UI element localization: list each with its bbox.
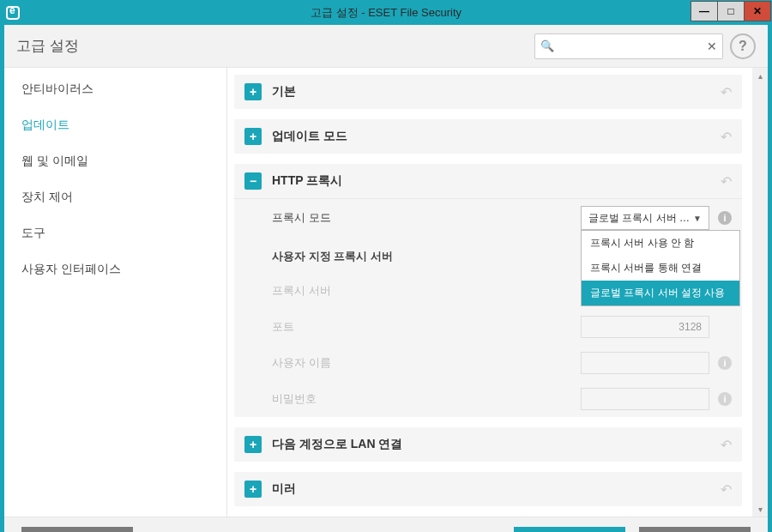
panel-mirror-head[interactable]: + 미러 ↶ bbox=[234, 472, 742, 506]
clear-search-icon[interactable]: ✕ bbox=[707, 39, 717, 53]
sidebar-item-web-email[interactable]: 웹 및 이메일 bbox=[4, 143, 226, 179]
panel-basic-head[interactable]: + 기본 ↶ bbox=[234, 75, 742, 109]
expand-icon: + bbox=[244, 481, 262, 498]
footer: 기본값 🛡 확인 취소 bbox=[4, 517, 768, 532]
search-input[interactable] bbox=[558, 39, 707, 52]
panel-mirror-title: 미러 bbox=[272, 481, 721, 497]
header: 고급 설정 🔍 ✕ ? bbox=[4, 25, 768, 68]
panel-mirror: + 미러 ↶ bbox=[234, 472, 742, 506]
info-icon: i bbox=[718, 356, 732, 370]
revert-icon[interactable]: ↶ bbox=[721, 173, 732, 190]
panel-http-proxy-body: 프록시 모드 글로벌 프록시 서버 설정... ▼ 프록시 서버 사용 안 함 … bbox=[234, 198, 742, 417]
dropdown-option-via-proxy[interactable]: 프록시 서버를 통해 연결 bbox=[582, 256, 739, 281]
proxy-mode-selected: 글로벌 프록시 서버 설정... bbox=[588, 211, 693, 226]
scroll-down-icon[interactable]: ▾ bbox=[752, 501, 768, 517]
vertical-scrollbar[interactable]: ▴ ▾ bbox=[752, 68, 768, 517]
row-password: 비밀번호 i bbox=[234, 381, 742, 417]
default-button[interactable]: 기본값 bbox=[21, 527, 133, 533]
search-icon: 🔍 bbox=[540, 39, 554, 52]
sidebar-item-antivirus[interactable]: 안티바이러스 bbox=[4, 71, 226, 107]
content: + 기본 ↶ + 업데이트 모드 ↶ − HTTP 프록시 bbox=[227, 68, 752, 517]
expand-icon: + bbox=[244, 128, 262, 145]
dropdown-option-no-proxy[interactable]: 프록시 서버 사용 안 함 bbox=[582, 231, 739, 256]
expand-icon: + bbox=[244, 436, 262, 453]
row-username: 사용자 이름 i bbox=[234, 345, 742, 381]
panel-http-proxy-title: HTTP 프록시 bbox=[272, 173, 721, 189]
inner-frame: 고급 설정 🔍 ✕ ? 안티바이러스 업데이트 웹 및 이메일 장치 제어 도구… bbox=[1, 25, 771, 532]
revert-icon[interactable]: ↶ bbox=[721, 481, 732, 498]
app-window: 고급 설정 - ESET File Security — □ ✕ 고급 설정 🔍… bbox=[0, 0, 772, 532]
cancel-button[interactable]: 취소 bbox=[639, 527, 751, 533]
sidebar: 안티바이러스 업데이트 웹 및 이메일 장치 제어 도구 사용자 인터페이스 bbox=[4, 68, 227, 517]
panel-update-mode-title: 업데이트 모드 bbox=[272, 129, 721, 144]
revert-icon[interactable]: ↶ bbox=[721, 437, 732, 453]
sidebar-item-update[interactable]: 업데이트 bbox=[4, 107, 226, 143]
dropdown-option-global-proxy[interactable]: 글로벌 프록시 서버 설정 사용 bbox=[582, 281, 739, 305]
body: 안티바이러스 업데이트 웹 및 이메일 장치 제어 도구 사용자 인터페이스 +… bbox=[4, 68, 768, 517]
username-input bbox=[581, 352, 709, 374]
help-button[interactable]: ? bbox=[730, 33, 756, 59]
proxy-server-label: 프록시 서버 bbox=[272, 283, 581, 299]
port-input bbox=[581, 316, 709, 338]
proxy-mode-dropdown-list: 프록시 서버 사용 안 함 프록시 서버를 통해 연결 글로벌 프록시 서버 설… bbox=[581, 230, 740, 306]
revert-icon[interactable]: ↶ bbox=[721, 129, 732, 145]
panel-basic-title: 기본 bbox=[272, 84, 721, 100]
proxy-mode-dropdown-wrap: 글로벌 프록시 서버 설정... ▼ 프록시 서버 사용 안 함 프록시 서버를… bbox=[581, 206, 709, 230]
panel-update-mode-head[interactable]: + 업데이트 모드 ↶ bbox=[234, 119, 742, 154]
panel-basic: + 기본 ↶ bbox=[234, 75, 742, 109]
password-input bbox=[581, 388, 709, 410]
sidebar-item-ui[interactable]: 사용자 인터페이스 bbox=[4, 251, 226, 287]
port-label: 포트 bbox=[272, 319, 581, 335]
titlebar: 고급 설정 - ESET File Security — □ ✕ bbox=[1, 1, 771, 25]
ok-button[interactable]: 🛡 확인 bbox=[514, 527, 625, 533]
close-button[interactable]: ✕ bbox=[744, 1, 771, 21]
chevron-down-icon: ▼ bbox=[693, 214, 702, 223]
panel-lan-head[interactable]: + 다음 계정으로 LAN 연결 ↶ bbox=[234, 427, 742, 462]
info-icon[interactable]: i bbox=[718, 211, 732, 225]
panel-http-proxy-head[interactable]: − HTTP 프록시 ↶ bbox=[234, 164, 742, 198]
panel-lan: + 다음 계정으로 LAN 연결 ↶ bbox=[234, 427, 742, 462]
proxy-mode-dropdown[interactable]: 글로벌 프록시 서버 설정... ▼ bbox=[581, 206, 709, 230]
sidebar-item-device-control[interactable]: 장치 제어 bbox=[4, 179, 226, 215]
app-icon bbox=[1, 1, 25, 25]
sidebar-item-tools[interactable]: 도구 bbox=[4, 215, 226, 251]
search-box[interactable]: 🔍 ✕ bbox=[534, 33, 723, 59]
expand-icon: + bbox=[244, 83, 262, 100]
username-label: 사용자 이름 bbox=[272, 355, 581, 371]
scroll-up-icon[interactable]: ▴ bbox=[752, 68, 768, 83]
collapse-icon: − bbox=[244, 172, 262, 190]
row-proxy-mode: 프록시 모드 글로벌 프록시 서버 설정... ▼ 프록시 서버 사용 안 함 … bbox=[234, 199, 742, 237]
panel-update-mode: + 업데이트 모드 ↶ bbox=[234, 119, 742, 154]
password-label: 비밀번호 bbox=[272, 391, 581, 407]
maximize-button[interactable]: □ bbox=[717, 1, 745, 21]
panel-http-proxy: − HTTP 프록시 ↶ 프록시 모드 글로벌 프록시 서버 설정... ▼ bbox=[234, 164, 742, 417]
revert-icon[interactable]: ↶ bbox=[721, 84, 732, 100]
panel-lan-title: 다음 계정으로 LAN 연결 bbox=[272, 437, 721, 452]
minimize-button[interactable]: — bbox=[691, 1, 718, 21]
info-icon: i bbox=[718, 392, 732, 406]
window-title: 고급 설정 - ESET File Security bbox=[311, 5, 461, 21]
window-controls: — □ ✕ bbox=[691, 1, 771, 21]
page-title: 고급 설정 bbox=[16, 36, 534, 56]
row-port: 포트 i bbox=[234, 309, 742, 345]
proxy-mode-label: 프록시 모드 bbox=[272, 210, 581, 226]
